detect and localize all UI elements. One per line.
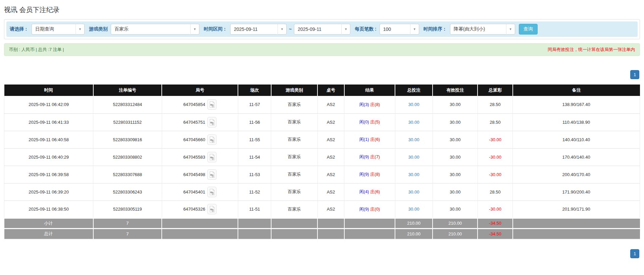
column-header-game-type: 游戏类别 — [271, 85, 317, 96]
page-size-select[interactable]: ▼ — [380, 24, 419, 35]
cell-table-no: AS2 — [317, 148, 344, 166]
video-file-icon — [209, 171, 215, 178]
video-replay-button[interactable] — [207, 99, 216, 110]
date-to-select[interactable]: ▼ — [294, 24, 350, 35]
video-replay-button[interactable] — [207, 152, 216, 162]
cell-valid-bet: 30.00 — [433, 113, 478, 131]
cell-session: 11-55 — [238, 131, 271, 148]
cell-table-no: AS2 — [317, 183, 344, 201]
time-range-label: 时间区间： — [204, 26, 227, 32]
payout-value: -30.00 — [489, 172, 501, 177]
date-to-input[interactable] — [294, 24, 342, 35]
video-replay-button[interactable] — [207, 117, 216, 127]
total-bet-link[interactable]: 30.00 — [408, 189, 419, 195]
page-size-label: 每页笔数 : — [355, 26, 377, 32]
page-1-button[interactable]: 1 — [630, 70, 639, 79]
table-row: 2025-09-11 06:42:09522803312484647045854… — [4, 96, 640, 113]
total-row-cell-payout: -34.50 — [478, 228, 512, 239]
cell-round-no: 647045854 — [162, 96, 238, 113]
total-bet-link[interactable]: 30.00 — [408, 137, 419, 142]
total-row-cell-time: 总计 — [4, 228, 93, 239]
video-replay-button[interactable] — [207, 204, 216, 214]
result-player: 闲(9) — [359, 154, 369, 159]
result-banker: 庄(6) — [370, 137, 380, 142]
pagination-bottom: 1 — [4, 249, 640, 258]
cell-session: 11-52 — [238, 183, 271, 201]
total-row-cell-result — [344, 228, 395, 239]
chevron-down-icon[interactable]: ▼ — [191, 24, 199, 35]
date-from-input[interactable] — [230, 24, 278, 35]
total-bet-link[interactable]: 30.00 — [408, 207, 419, 212]
cell-bet-no: 522803309816 — [93, 131, 162, 148]
cell-time: 2025-09-11 06:42:09 — [4, 96, 93, 113]
total-bet-link[interactable]: 30.00 — [408, 172, 419, 177]
chevron-down-icon[interactable]: ▼ — [410, 24, 419, 35]
cell-result: 闲(4) 庄(6) — [344, 183, 395, 201]
total-bet-link[interactable]: 30.00 — [408, 102, 419, 107]
result-banker: 庄(8) — [370, 172, 380, 177]
cell-round-no: 647045401 — [162, 183, 238, 201]
total-bet-link[interactable]: 30.00 — [408, 155, 419, 160]
payout-value: -30.00 — [489, 207, 501, 212]
cell-round-no: 647045498 — [162, 166, 238, 183]
video-replay-button[interactable] — [207, 169, 216, 180]
video-file-icon — [209, 189, 215, 195]
video-replay-button[interactable] — [207, 187, 216, 197]
cell-session: 11-51 — [238, 201, 271, 218]
result-player: 闲(4) — [359, 189, 369, 194]
subtotal-row-cell-result — [344, 218, 395, 228]
pagination-top: 1 — [4, 70, 640, 79]
cell-game-type: 百家乐 — [271, 183, 317, 201]
game-type-label: 游戏类别 — [89, 26, 108, 32]
table-header-row: 时间注单编号局号场次游戏类别桌号结果总投注有效投注总派彩备注 — [4, 85, 640, 96]
total-bet-link[interactable]: 30.00 — [408, 120, 419, 125]
total-row: 总计7210.00210.00-34.50 — [4, 228, 640, 239]
video-replay-button[interactable] — [207, 134, 216, 145]
cell-table-no: AS2 — [317, 166, 344, 183]
result-banker: 庄(7) — [370, 154, 380, 159]
payout-value: 28.50 — [490, 102, 501, 107]
column-header-valid-bet: 有效投注 — [433, 85, 478, 96]
query-type-input[interactable] — [32, 24, 76, 35]
time-sort-select[interactable]: ▼ — [450, 24, 515, 35]
game-type-input[interactable] — [111, 24, 191, 35]
cell-table-no: AS2 — [317, 131, 344, 148]
page-size-input[interactable] — [380, 24, 410, 35]
chevron-down-icon[interactable]: ▼ — [506, 24, 515, 35]
cell-valid-bet: 30.00 — [433, 166, 478, 183]
result-player: 闲(0) — [359, 119, 369, 124]
cell-valid-bet: 30.00 — [433, 131, 478, 148]
video-file-icon — [209, 154, 215, 160]
cell-game-type: 百家乐 — [271, 96, 317, 113]
result-player: 闲(3) — [359, 102, 369, 107]
cell-bet-no: 522803306243 — [93, 183, 162, 201]
cell-round-no: 647045326 — [162, 201, 238, 218]
betting-records-table: 时间注单编号局号场次游戏类别桌号结果总投注有效投注总派彩备注 2025-09-1… — [4, 85, 640, 239]
chevron-down-icon[interactable]: ▼ — [342, 24, 350, 35]
cell-valid-bet: 30.00 — [433, 183, 478, 201]
payout-value: -34.50 — [489, 231, 501, 236]
column-header-round-no: 局号 — [162, 85, 238, 96]
column-header-table-no: 桌号 — [317, 85, 344, 96]
time-sort-input[interactable] — [450, 24, 506, 35]
page-1-button[interactable]: 1 — [630, 249, 639, 258]
cell-total-bet: 30.00 — [395, 113, 433, 131]
search-button[interactable]: 查询 — [519, 24, 538, 35]
cell-time: 2025-09-11 06:39:20 — [4, 183, 93, 201]
cell-valid-bet: 30.00 — [433, 96, 478, 113]
cell-time: 2025-09-11 06:38:50 — [4, 201, 93, 218]
column-header-session: 场次 — [238, 85, 271, 96]
date-from-select[interactable]: ▼ — [230, 24, 287, 35]
column-header-time: 时间 — [4, 85, 93, 96]
cell-remark: 201.90/171.90 — [513, 201, 640, 218]
chevron-down-icon[interactable]: ▼ — [76, 24, 85, 35]
result-banker: 庄(5) — [370, 119, 380, 124]
payout-value: -30.00 — [489, 137, 501, 142]
chevron-down-icon[interactable]: ▼ — [278, 24, 287, 35]
query-type-select[interactable]: ▼ — [32, 24, 85, 35]
cell-bet-no: 522803305119 — [93, 201, 162, 218]
cell-total-bet: 30.00 — [395, 96, 433, 113]
cell-round-no: 647045751 — [162, 113, 238, 131]
game-type-select[interactable]: ▼ — [111, 24, 199, 35]
cell-total-bet: 30.00 — [395, 148, 433, 166]
